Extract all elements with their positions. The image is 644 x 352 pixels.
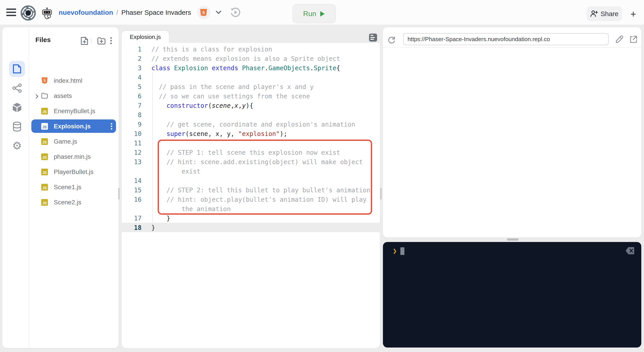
resize-handle-left[interactable] xyxy=(118,188,120,199)
js-file-icon: JS xyxy=(41,183,48,190)
file-name: EnemyBullet.js xyxy=(54,107,95,115)
code-line[interactable]: 8 xyxy=(122,110,380,119)
line-content: } xyxy=(151,224,155,231)
code-line[interactable]: exist xyxy=(122,166,380,176)
js-file-icon: JS xyxy=(41,199,48,205)
editor-options-icon[interactable] xyxy=(369,33,377,42)
line-content: // extends means explosion is also a Spr… xyxy=(151,55,340,62)
code-line[interactable]: 11 xyxy=(122,138,380,148)
run-button-label: Run xyxy=(303,10,316,18)
files-panel-title: Files xyxy=(36,27,50,52)
share-button-label: Share xyxy=(600,10,618,17)
line-content: // STEP 1: tell scene this explosion now… xyxy=(151,149,340,156)
hamburger-menu-icon[interactable] xyxy=(6,8,16,16)
file-row-Scene1.js[interactable]: JSScene1.js xyxy=(31,180,116,194)
invite-user-icon xyxy=(590,10,598,17)
js-file-icon: JS xyxy=(41,153,48,160)
clear-console-icon[interactable] xyxy=(625,246,635,255)
file-row-assets[interactable]: assets xyxy=(31,89,116,102)
file-row-Explosion.js[interactable]: JSExplosion.js xyxy=(31,119,116,133)
app-header: nuevofoundation / Phaser Space Invaders … xyxy=(0,0,644,25)
file-row-index.html[interactable]: 5index.html xyxy=(31,74,116,87)
code-line[interactable]: 15 // STEP 2: tell this bullet to play b… xyxy=(122,185,380,194)
file-name: PlayerBullet.js xyxy=(54,168,94,175)
tab-explosion-js[interactable]: Explosion.js xyxy=(122,31,169,43)
robot-avatar[interactable] xyxy=(41,7,53,20)
code-line[interactable]: 12 // STEP 1: tell scene this explosion … xyxy=(122,148,380,157)
line-number: 15 xyxy=(122,186,142,193)
code-line[interactable]: 18} xyxy=(122,223,380,232)
run-button[interactable]: Run xyxy=(292,4,336,23)
breadcrumb-separator: / xyxy=(116,8,118,16)
file-name: index.html xyxy=(54,77,82,84)
line-number: 8 xyxy=(122,111,142,118)
left-sidebar-panel: ⚙ ? Files xyxy=(2,27,119,348)
code-line[interactable]: 10 super(scene, x, y, "explosion"); xyxy=(122,129,380,138)
line-content: // pass in the scene and player's x and … xyxy=(151,83,314,90)
line-number: 12 xyxy=(122,149,142,156)
add-folder-icon[interactable] xyxy=(96,36,106,46)
html5-file-icon: 5 xyxy=(41,77,48,84)
folder-icon xyxy=(41,92,48,99)
line-content: // get scene, coordinate and explosion's… xyxy=(151,121,355,128)
file-name: Scene2.js xyxy=(54,198,81,206)
sidebar-item-settings[interactable]: ⚙ xyxy=(9,138,25,154)
code-line[interactable]: 16 // hint: object.play(bullet's animati… xyxy=(122,194,380,204)
webview-content[interactable] xyxy=(383,48,641,237)
webview-toolbar xyxy=(383,27,641,48)
line-number: 2 xyxy=(122,55,142,62)
file-row-PlayerBullet.js[interactable]: JSPlayerBullet.js xyxy=(31,165,116,178)
file-row-Game.js[interactable]: JSGame.js xyxy=(31,135,116,148)
files-menu-kebab-icon[interactable] xyxy=(106,36,116,46)
code-line[interactable]: the animation xyxy=(122,204,380,213)
sidebar-item-database[interactable] xyxy=(9,119,25,135)
code-editor[interactable]: 1// this is a class for explosion2// ext… xyxy=(122,43,380,348)
history-icon[interactable] xyxy=(229,6,242,18)
console-prompt: ❯ xyxy=(393,247,397,255)
breadcrumb-owner-link[interactable]: nuevofoundation xyxy=(59,8,113,16)
line-content: constructor(scene,x,y){ xyxy=(151,102,253,109)
line-number: 1 xyxy=(122,45,142,53)
sidebar-item-files[interactable] xyxy=(9,61,25,77)
packages-cube-icon xyxy=(12,102,22,113)
line-number: 18 xyxy=(122,224,142,231)
new-repl-plus-icon[interactable]: + xyxy=(628,8,639,20)
console-drag-handle[interactable] xyxy=(507,238,518,241)
sidebar-item-version-control[interactable] xyxy=(9,80,25,96)
line-number: 6 xyxy=(122,92,142,100)
code-line[interactable]: 9 // get scene, coordinate and explosion… xyxy=(122,119,380,129)
file-row-phaser.min.js[interactable]: JSphaser.min.js xyxy=(31,150,116,163)
file-row-EnemyBullet.js[interactable]: JSEnemyBullet.js xyxy=(31,104,116,118)
html5-language-badge[interactable]: 5 xyxy=(197,5,210,19)
app-window: nuevofoundation / Phaser Space Invaders … xyxy=(0,0,644,352)
file-menu-kebab-icon[interactable] xyxy=(110,123,112,131)
sidebar-item-packages[interactable] xyxy=(9,99,25,115)
code-line[interactable]: 6 // so we can use settings from the sce… xyxy=(122,91,380,101)
line-content: super(scene, x, y, "explosion"); xyxy=(151,130,287,137)
code-line[interactable]: 2// extends means explosion is also a Sp… xyxy=(122,54,380,63)
code-line[interactable]: 14 xyxy=(122,176,380,185)
line-number: 11 xyxy=(122,139,142,147)
code-line[interactable]: 5 // pass in the scene and player's x an… xyxy=(122,82,380,91)
chevron-down-icon[interactable] xyxy=(216,10,222,14)
resize-handle-right[interactable] xyxy=(380,188,382,199)
console-panel[interactable]: ❯ xyxy=(383,242,641,348)
code-line[interactable]: 4 xyxy=(122,72,380,82)
open-in-new-tab-icon[interactable] xyxy=(629,35,638,44)
code-line[interactable]: 7 constructor(scene,x,y){ xyxy=(122,101,380,110)
chevron-right-icon[interactable] xyxy=(36,93,38,100)
code-line[interactable]: 3class Explosion extends Phaser.GameObje… xyxy=(122,63,380,72)
line-content: // so we can use settings from the scene xyxy=(151,92,310,100)
breadcrumb: nuevofoundation / Phaser Space Invaders … xyxy=(59,0,242,25)
edit-url-pencil-icon[interactable] xyxy=(615,35,624,44)
code-line[interactable]: 1// this is a class for explosion xyxy=(122,44,380,54)
code-line[interactable]: 17 } xyxy=(122,213,380,223)
code-line[interactable]: 13 // hint: scene.add.existing(object) w… xyxy=(122,157,380,166)
nuevofoundation-logo-icon[interactable] xyxy=(20,4,37,21)
refresh-icon[interactable] xyxy=(386,34,397,45)
add-file-icon[interactable] xyxy=(79,36,89,46)
file-row-Scene2.js[interactable]: JSScene2.js xyxy=(31,195,116,209)
file-name: Scene1.js xyxy=(54,183,81,190)
share-button[interactable]: Share xyxy=(587,6,622,21)
url-input[interactable] xyxy=(403,33,608,45)
